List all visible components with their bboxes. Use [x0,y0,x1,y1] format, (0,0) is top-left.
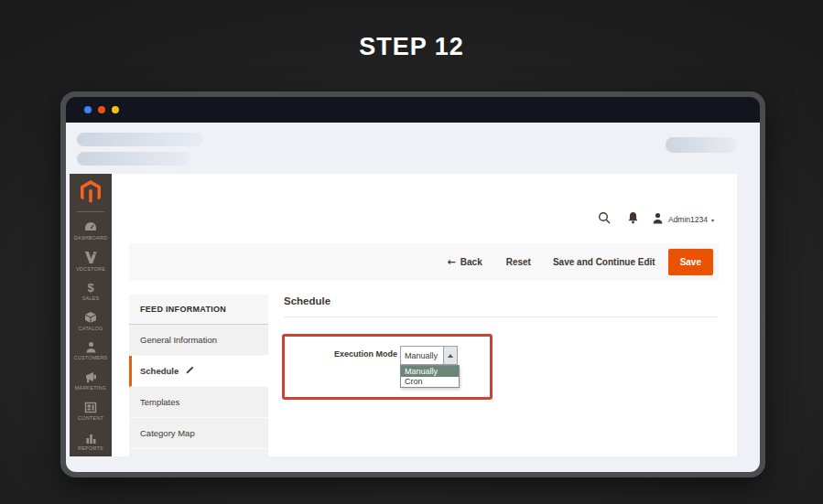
browser-window: DASHBOARD VDCSTORE $ SALES [60,91,765,477]
sidebar-item-dashboard[interactable]: DASHBOARD [70,216,112,246]
skeleton-bar [666,137,737,153]
execution-mode-label: Execution Mode [289,349,397,359]
skeleton-bar [77,133,203,146]
nav-item-general-information[interactable]: General Information [129,325,268,356]
sidebar-divider [77,211,104,212]
execution-mode-select[interactable]: Manually [400,346,458,365]
tutorial-highlight-box [282,334,493,400]
notifications-bell-icon[interactable] [627,211,639,228]
magento-admin-screenshot: DASHBOARD VDCSTORE $ SALES [70,174,737,456]
content-icon [84,402,97,413]
reports-icon [85,433,97,444]
sidebar-item-catalog[interactable]: CATALOG [70,306,112,337]
customers-icon [85,341,97,353]
sidebar-item-reports[interactable]: REPORTS [70,426,112,456]
magento-logo-icon[interactable] [80,178,102,206]
sidebar-item-marketing[interactable]: MARKETING [70,366,112,396]
sidebar-item-vdcstore[interactable]: VDCSTORE [70,246,112,276]
admin-username[interactable]: Admin1234 [668,215,708,224]
sidebar-item-label: VDCSTORE [76,266,105,272]
action-toolbar: ← Back Reset Save and Continue Edit Save [129,243,719,281]
sidebar-item-label: MARKETING [75,385,107,391]
sidebar-item-customers[interactable]: CUSTOMERS [70,336,112,366]
window-dot-yellow[interactable] [112,106,119,113]
admin-sidebar: DASHBOARD VDCSTORE $ SALES [70,174,112,456]
admin-header: Admin1234 ▾ [598,212,714,227]
marketing-icon [84,371,97,383]
chevron-down-icon[interactable]: ▾ [711,217,714,223]
vdcstore-icon [84,251,98,264]
sidebar-item-label: CUSTOMERS [74,355,108,360]
sidebar-item-label: CONTENT [78,415,103,421]
window-dot-blue[interactable] [84,106,92,113]
feed-information-title: FEED INFORMATION [129,295,268,325]
browser-titlebar [66,97,760,123]
edit-pencil-icon [185,366,194,377]
nav-item-schedule[interactable]: Schedule [129,356,268,387]
nav-item-category-map[interactable]: Category Map [129,418,268,449]
triangle-up-icon [448,354,453,358]
back-arrow-icon: ← [448,256,456,268]
user-avatar-icon[interactable] [652,211,664,228]
sidebar-item-label: SALES [82,295,100,301]
nav-item-label: Schedule [140,366,179,376]
step-title: STEP 12 [0,33,823,61]
back-button[interactable]: ← Back [448,256,482,268]
dropdown-option-manually[interactable]: Manually [401,366,459,377]
save-button[interactable]: Save [668,249,713,275]
browser-viewport: DASHBOARD VDCSTORE $ SALES [66,123,760,472]
back-label: Back [460,257,482,267]
search-icon[interactable] [598,211,611,228]
window-dot-red[interactable] [98,106,105,113]
dropdown-option-cron[interactable]: Cron [401,377,459,388]
page-title: Schedule [284,295,330,306]
nav-item-templates[interactable]: Templates [129,387,268,418]
sidebar-item-label: DASHBOARD [74,235,108,241]
reset-button[interactable]: Reset [506,257,531,267]
sales-icon: $ [87,282,93,294]
heading-divider [284,316,718,317]
save-and-continue-button[interactable]: Save and Continue Edit [553,257,655,267]
feed-information-panel: FEED INFORMATION General Information Sch… [129,295,268,456]
dashboard-icon [84,221,97,233]
sidebar-item-sales[interactable]: $ SALES [70,276,112,306]
catalog-icon [84,311,97,324]
execution-mode-dropdown: Manually Cron [400,365,460,388]
select-current-value: Manually [400,346,444,365]
sidebar-item-content[interactable]: CONTENT [70,396,112,426]
select-arrow-button[interactable] [444,346,458,365]
skeleton-bar [77,152,190,166]
sidebar-item-label: REPORTS [78,445,103,451]
sidebar-item-label: CATALOG [79,326,103,331]
